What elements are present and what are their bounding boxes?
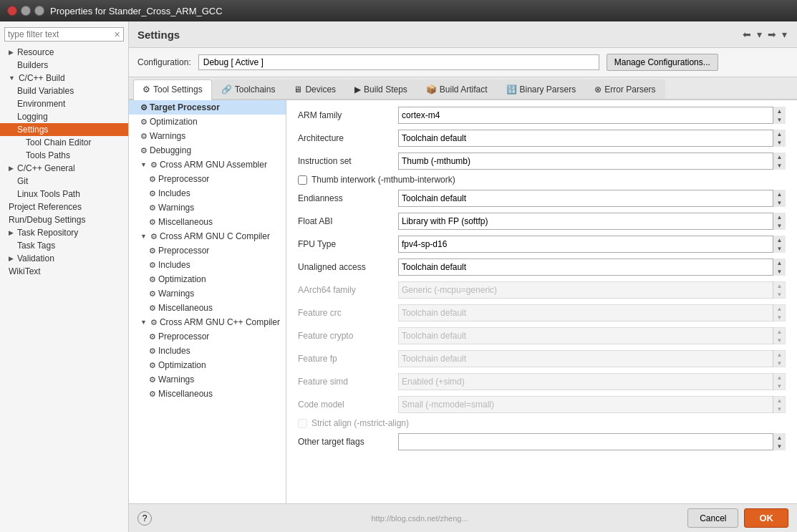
- prop-row-unaligned-access: Unaligned access Toolchain default ▲ ▼: [298, 258, 786, 276]
- thumb-interwork-checkbox[interactable]: [298, 175, 307, 185]
- select-down-icon[interactable]: ▼: [773, 161, 786, 170]
- tree-item-c-optimization[interactable]: ⚙ Optimization: [129, 272, 286, 286]
- sidebar-item-linux-tools-path[interactable]: Linux Tools Path: [0, 188, 128, 200]
- sidebar-item-git[interactable]: Git: [0, 175, 128, 188]
- tree-item-target-processor[interactable]: ⚙ Target Processor: [129, 100, 286, 115]
- float-abi-select[interactable]: Library with FP (softfp): [398, 213, 786, 230]
- maximize-button[interactable]: [34, 6, 44, 16]
- select-down-icon[interactable]: ▼: [773, 198, 786, 207]
- tree-item-asm-misc[interactable]: ⚙ Miscellaneous: [129, 215, 286, 229]
- cancel-button[interactable]: Cancel: [687, 508, 738, 528]
- sidebar-item-build-variables[interactable]: Build Variables: [0, 84, 128, 97]
- tree-item-c-misc[interactable]: ⚙ Miscellaneous: [129, 301, 286, 315]
- tab-toolchains[interactable]: 🔗 Toolchains: [212, 79, 285, 99]
- sidebar-item-label: Tools Paths: [26, 150, 70, 160]
- tree-item-asm-preprocessor[interactable]: ⚙ Preprocessor: [129, 172, 286, 186]
- tree-item-asm-group[interactable]: ▼ ⚙ Cross ARM GNU Assembler: [129, 158, 286, 172]
- manage-configurations-button[interactable]: Manage Configurations...: [607, 54, 718, 71]
- select-down-icon[interactable]: ▼: [773, 221, 786, 230]
- sidebar-item-builders[interactable]: Builders: [0, 59, 128, 72]
- select-up-icon[interactable]: ▲: [773, 213, 786, 221]
- fpu-type-select[interactable]: fpv4-sp-d16: [398, 236, 786, 253]
- config-select[interactable]: Debug [ Active ]: [203, 57, 594, 67]
- select-up-icon[interactable]: ▲: [773, 236, 786, 244]
- nav-forward-dropdown-button[interactable]: ▾: [781, 27, 788, 42]
- tree-item-cpp-preprocessor[interactable]: ⚙ Preprocessor: [129, 329, 286, 344]
- tree-item-cpp-includes[interactable]: ⚙ Includes: [129, 344, 286, 358]
- sidebar-item-wikitext[interactable]: WikiText: [0, 265, 128, 278]
- minimize-button[interactable]: [21, 6, 31, 16]
- gear-icon: ⚙: [150, 318, 158, 327]
- nav-forward-button[interactable]: ➡: [766, 27, 778, 42]
- select-down-icon[interactable]: ▼: [773, 244, 786, 253]
- tree-item-optimization[interactable]: ⚙ Optimization: [129, 115, 286, 129]
- sidebar-item-tools-paths[interactable]: Tools Paths: [0, 149, 128, 162]
- tree-item-c-compiler-group[interactable]: ▼ ⚙ Cross ARM GNU C Compiler: [129, 229, 286, 243]
- select-down-icon[interactable]: ▼: [773, 442, 786, 450]
- tree-item-cpp-optimization[interactable]: ⚙ Optimization: [129, 358, 286, 372]
- endianness-select-wrapper[interactable]: Toolchain default ▲ ▼: [398, 190, 786, 207]
- tab-build-artifact[interactable]: 📦 Build Artifact: [417, 79, 497, 99]
- tree-item-c-includes[interactable]: ⚙ Includes: [129, 258, 286, 272]
- sidebar-item-cpp-general[interactable]: ▶ C/C++ General: [0, 162, 128, 175]
- sidebar-item-run-debug[interactable]: Run/Debug Settings: [0, 213, 128, 226]
- select-up-icon[interactable]: ▲: [773, 107, 786, 115]
- tab-devices[interactable]: 🖥 Devices: [284, 79, 345, 99]
- tab-error-parsers[interactable]: ⊗ Error Parsers: [585, 79, 665, 99]
- instruction-set-select[interactable]: Thumb (-mthumb): [398, 153, 786, 170]
- nav-back-button[interactable]: ⬅: [741, 27, 753, 42]
- sidebar-item-cpp-build[interactable]: ▼ C/C++ Build: [0, 72, 128, 84]
- tree-item-asm-warnings[interactable]: ⚙ Warnings: [129, 200, 286, 215]
- sidebar-item-project-references[interactable]: Project References: [0, 200, 128, 213]
- window-title: Properties for Stander_Cross_ARM_GCC: [50, 6, 223, 16]
- sidebar-item-logging[interactable]: Logging: [0, 110, 128, 123]
- select-down-icon[interactable]: ▼: [773, 115, 786, 124]
- architecture-select[interactable]: Toolchain default: [398, 130, 786, 147]
- gear-icon: ⚙: [150, 232, 158, 241]
- sidebar-item-settings[interactable]: Settings: [0, 123, 128, 136]
- ok-button[interactable]: OK: [744, 508, 788, 528]
- select-up-icon[interactable]: ▲: [773, 130, 786, 138]
- window-controls[interactable]: [7, 6, 44, 16]
- sidebar-filter-input[interactable]: [8, 29, 114, 39]
- select-up-icon[interactable]: ▲: [773, 190, 786, 198]
- tree-item-c-preprocessor[interactable]: ⚙ Preprocessor: [129, 243, 286, 258]
- tree-item-asm-includes[interactable]: ⚙ Includes: [129, 186, 286, 200]
- float-abi-select-wrapper[interactable]: Library with FP (softfp) ▲ ▼: [398, 213, 786, 230]
- config-select-wrapper[interactable]: Debug [ Active ]: [198, 54, 599, 70]
- sidebar-item-task-tags[interactable]: Task Tags: [0, 239, 128, 252]
- other-target-flags-input-wrapper[interactable]: ▲ ▼: [398, 433, 786, 450]
- help-button[interactable]: ?: [137, 511, 152, 526]
- select-up-icon[interactable]: ▲: [773, 258, 786, 267]
- tab-binary-parsers[interactable]: 🔢 Binary Parsers: [497, 79, 586, 99]
- endianness-select[interactable]: Toolchain default: [398, 190, 786, 207]
- select-up-icon[interactable]: ▲: [773, 153, 786, 161]
- select-up-icon[interactable]: ▲: [773, 433, 786, 442]
- unaligned-access-select-wrapper[interactable]: Toolchain default ▲ ▼: [398, 258, 786, 276]
- sidebar-item-task-repository[interactable]: ▶ Task Repository: [0, 226, 128, 239]
- instruction-set-select-wrapper[interactable]: Thumb (-mthumb) ▲ ▼: [398, 153, 786, 170]
- architecture-select-wrapper[interactable]: Toolchain default ▲ ▼: [398, 130, 786, 147]
- sidebar-item-resource[interactable]: ▶ Resource: [0, 46, 128, 59]
- select-down-icon[interactable]: ▼: [773, 138, 786, 147]
- arm-family-select[interactable]: cortex-m4: [398, 107, 786, 124]
- tree-item-warnings[interactable]: ⚙ Warnings: [129, 129, 286, 143]
- select-down-icon[interactable]: ▼: [773, 267, 786, 276]
- sidebar-item-validation[interactable]: ▶ Validation: [0, 252, 128, 265]
- sidebar-item-tool-chain-editor[interactable]: Tool Chain Editor: [0, 136, 128, 149]
- fpu-type-select-wrapper[interactable]: fpv4-sp-d16 ▲ ▼: [398, 236, 786, 253]
- tab-build-steps[interactable]: ▶ Build Steps: [345, 79, 417, 99]
- nav-dropdown-button[interactable]: ▾: [755, 27, 763, 42]
- tree-item-cpp-compiler-group[interactable]: ▼ ⚙ Cross ARM GNU C++ Compiler: [129, 315, 286, 329]
- arm-family-select-wrapper[interactable]: cortex-m4 ▲ ▼: [398, 107, 786, 124]
- tree-item-c-warnings[interactable]: ⚙ Warnings: [129, 286, 286, 301]
- tab-tool-settings[interactable]: ⚙ Tool Settings: [133, 79, 212, 100]
- tree-item-cpp-misc[interactable]: ⚙ Miscellaneous: [129, 387, 286, 401]
- close-button[interactable]: [7, 6, 17, 16]
- other-target-flags-select[interactable]: [398, 433, 786, 450]
- unaligned-access-select[interactable]: Toolchain default: [398, 258, 786, 276]
- sidebar-item-environment[interactable]: Environment: [0, 97, 128, 110]
- sidebar-filter-container[interactable]: ✕: [4, 27, 124, 42]
- tree-item-debugging[interactable]: ⚙ Debugging: [129, 143, 286, 158]
- tree-item-cpp-warnings[interactable]: ⚙ Warnings: [129, 372, 286, 387]
